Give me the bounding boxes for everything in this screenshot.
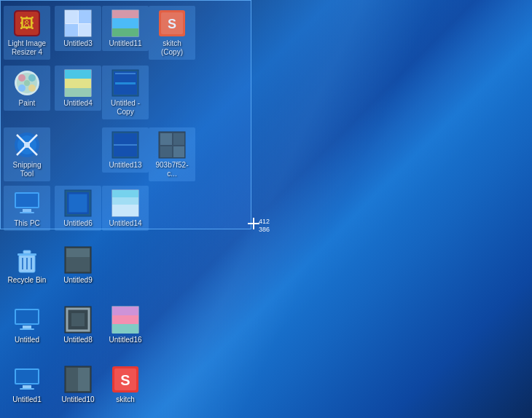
svg-rect-52 bbox=[112, 197, 138, 205]
svg-rect-75 bbox=[16, 370, 38, 383]
skitch-label: skitch bbox=[116, 395, 135, 404]
svg-rect-66 bbox=[20, 328, 34, 330]
skitch-copy-icon: S bbox=[157, 9, 187, 38]
svg-rect-71 bbox=[112, 307, 138, 315]
untitled14-label: Untitled14 bbox=[109, 219, 141, 228]
icon-untitled3[interactable]: Untitled3 bbox=[55, 6, 101, 51]
thispc-label: This PC bbox=[14, 219, 40, 228]
svg-text:S: S bbox=[168, 17, 176, 31]
svg-rect-24 bbox=[65, 79, 91, 88]
icon-untitled6[interactable]: Untitled6 bbox=[55, 186, 101, 231]
untitled9-label: Untitled9 bbox=[63, 276, 92, 285]
recycle-bin-label: Recycle Bin bbox=[8, 276, 47, 285]
svg-rect-39 bbox=[160, 133, 172, 145]
icon-untitled16[interactable]: Untitled16 bbox=[102, 302, 149, 347]
untitled10-label: Untitled10 bbox=[61, 395, 94, 404]
untitled16-icon bbox=[111, 305, 140, 334]
svg-text:S: S bbox=[120, 372, 130, 388]
svg-rect-7 bbox=[79, 24, 91, 36]
svg-rect-65 bbox=[23, 326, 31, 328]
svg-rect-11 bbox=[112, 10, 138, 18]
svg-rect-10 bbox=[112, 28, 138, 36]
svg-point-20 bbox=[28, 84, 36, 92]
snipping-tool-icon bbox=[12, 130, 42, 159]
svg-rect-80 bbox=[66, 368, 78, 391]
skitch-copy-label: skitch (Copy) bbox=[152, 39, 192, 57]
icon-untitled8[interactable]: Untitled8 bbox=[55, 302, 101, 347]
svg-rect-23 bbox=[65, 70, 91, 79]
svg-rect-76 bbox=[23, 385, 31, 388]
untitled3-label: Untitled3 bbox=[63, 39, 92, 48]
svg-rect-9 bbox=[112, 18, 138, 28]
svg-point-21 bbox=[24, 80, 30, 86]
icon-903b7f52[interactable]: 903b7f52-c... bbox=[149, 127, 195, 181]
untitled4-icon bbox=[63, 68, 93, 98]
icon-skitch[interactable]: S skitch bbox=[102, 362, 149, 407]
icon-light-image-resizer[interactable]: 🖼 Light Image Resizer 4 bbox=[4, 6, 50, 60]
untitled13-label: Untitled13 bbox=[109, 161, 141, 170]
untitled11-label: Untitled11 bbox=[109, 39, 141, 48]
light-image-resizer-label: Light Image Resizer 4 bbox=[7, 39, 47, 57]
recycle-bin-icon bbox=[12, 245, 42, 275]
skitch-icon: S bbox=[111, 365, 140, 394]
icons-area: 🖼 Light Image Resizer 4 Untitled3 bbox=[0, 0, 532, 418]
snipping-tool-label: Snipping Tool bbox=[7, 161, 47, 178]
icon-untitled4[interactable]: Untitled4 bbox=[55, 66, 101, 111]
svg-point-17 bbox=[18, 74, 26, 82]
svg-rect-45 bbox=[23, 209, 31, 212]
untitled-copy-icon bbox=[111, 68, 140, 98]
light-image-resizer-icon: 🖼 bbox=[12, 9, 42, 38]
paint-label: Paint bbox=[19, 99, 36, 108]
svg-point-34 bbox=[24, 142, 30, 148]
svg-rect-6 bbox=[65, 24, 78, 36]
svg-rect-72 bbox=[112, 315, 138, 324]
icon-skitch-copy[interactable]: S skitch (Copy) bbox=[149, 6, 195, 60]
icon-untitled10[interactable]: Untitled10 bbox=[55, 362, 101, 407]
svg-rect-53 bbox=[112, 205, 138, 216]
icon-untitled1[interactable]: Untitled1 bbox=[4, 362, 50, 407]
icon-recycle-bin[interactable]: Recycle Bin bbox=[4, 242, 50, 288]
svg-text:🖼: 🖼 bbox=[20, 15, 34, 31]
icon-snipping-tool[interactable]: Snipping Tool bbox=[4, 127, 50, 181]
svg-rect-56 bbox=[23, 251, 31, 253]
svg-rect-28 bbox=[115, 82, 136, 84]
svg-point-18 bbox=[28, 74, 36, 82]
icon-untitled-copy[interactable]: Untitled -Copy bbox=[102, 66, 149, 119]
icon-untitled14[interactable]: Untitled14 bbox=[102, 186, 149, 231]
icon-untitled[interactable]: Untitled bbox=[4, 302, 50, 347]
svg-rect-64 bbox=[16, 310, 38, 323]
svg-rect-25 bbox=[65, 88, 91, 97]
svg-rect-46 bbox=[20, 212, 34, 213]
svg-rect-73 bbox=[112, 324, 138, 334]
untitled-copy-label: Untitled -Copy bbox=[111, 99, 140, 117]
untitled9-icon bbox=[63, 245, 93, 275]
untitled4-label: Untitled4 bbox=[63, 99, 92, 108]
svg-rect-62 bbox=[66, 248, 90, 257]
untitled13-icon bbox=[111, 130, 140, 159]
svg-rect-42 bbox=[173, 146, 184, 157]
untitled8-label: Untitled8 bbox=[63, 336, 92, 344]
untitled6-icon bbox=[63, 189, 93, 218]
desktop: 🖼 Light Image Resizer 4 Untitled3 bbox=[0, 0, 532, 418]
svg-rect-41 bbox=[160, 146, 172, 157]
svg-rect-5 bbox=[79, 10, 91, 23]
icon-untitled11[interactable]: Untitled11 bbox=[102, 6, 149, 51]
untitled10-icon bbox=[63, 365, 93, 394]
icon-untitled9[interactable]: Untitled9 bbox=[55, 242, 101, 288]
thispc-icon bbox=[12, 189, 42, 218]
untitled6-label: Untitled6 bbox=[63, 219, 92, 228]
untitled11-icon bbox=[111, 9, 140, 38]
icon-paint[interactable]: Paint bbox=[4, 66, 50, 111]
icon-untitled13[interactable]: Untitled13 bbox=[102, 127, 149, 173]
svg-rect-37 bbox=[114, 144, 137, 146]
svg-rect-4 bbox=[65, 10, 78, 23]
untitled1-label: Untitled1 bbox=[12, 395, 41, 404]
untitled3-icon bbox=[63, 9, 93, 38]
untitled-label: Untitled bbox=[15, 336, 39, 344]
icon-thispc[interactable]: This PC bbox=[4, 186, 50, 231]
svg-rect-69 bbox=[71, 313, 85, 326]
svg-rect-77 bbox=[20, 388, 34, 390]
untitled8-icon bbox=[63, 305, 93, 334]
untitled1-icon bbox=[12, 365, 42, 394]
svg-rect-49 bbox=[69, 194, 87, 213]
